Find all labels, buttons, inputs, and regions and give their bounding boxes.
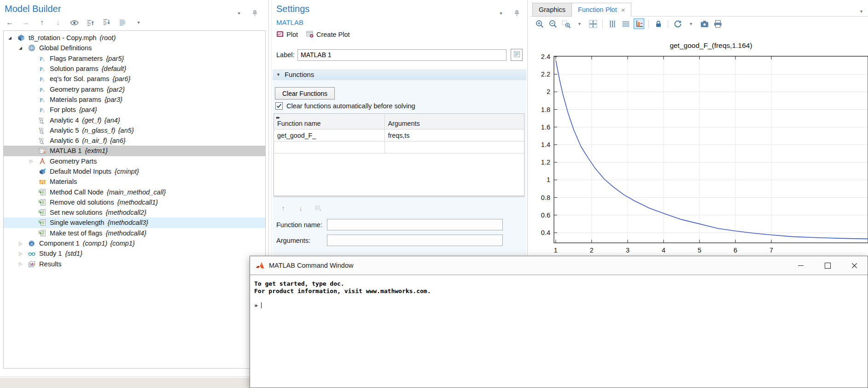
- expand-arrow-icon[interactable]: ▷: [19, 241, 28, 246]
- maximize-button[interactable]: [814, 256, 841, 275]
- auto-clear-checkbox[interactable]: [275, 102, 283, 110]
- dropdown-icon[interactable]: ▾: [686, 18, 696, 29]
- zoom-out-icon[interactable]: [548, 18, 558, 29]
- graphics-menu-icon[interactable]: ▾: [860, 6, 862, 15]
- zoom-in-icon[interactable]: [534, 18, 545, 29]
- label-edit-button[interactable]: [511, 49, 523, 61]
- svg-text:f(x): f(x): [39, 127, 43, 130]
- nav-back-icon[interactable]: ←: [5, 18, 15, 28]
- tree-item-label: For plots: [50, 106, 76, 113]
- toolbar-separator: [602, 20, 603, 28]
- tree-item-geometry-parts[interactable]: ▷Geometry Parts: [4, 156, 265, 166]
- tree-item-remove-old-solutions[interactable]: Remove old solutions{methodcall1}: [4, 197, 265, 207]
- expand-arrow-icon[interactable]: ▷: [19, 251, 28, 256]
- svg-text:P: P: [40, 86, 43, 93]
- cell-function-name[interactable]: [274, 141, 384, 153]
- move-up-icon[interactable]: ↑: [37, 18, 47, 28]
- tree-item-component-1[interactable]: ▷aComponent 1(comp1){comp1}: [4, 238, 265, 248]
- cell-arguments[interactable]: freqs,ts: [384, 129, 524, 141]
- tree-item-geometry-params[interactable]: PiGeometry params{par2}: [4, 84, 265, 94]
- expand-arrow-icon[interactable]: ▷: [29, 159, 39, 164]
- tree-item-label: Results: [39, 260, 62, 268]
- tree-item-t8-rotation-copy-mph[interactable]: ◢t8_rotation - Copy.mph(root): [4, 33, 265, 43]
- tree-item-default-model-inputs[interactable]: Default Model Inputs{cminpt}: [4, 166, 265, 176]
- tree-item-tag: {par6}: [112, 75, 130, 82]
- show-icon[interactable]: [69, 18, 79, 28]
- grid-x-icon[interactable]: [620, 18, 631, 29]
- tree-item-tag: {methodcall3}: [107, 219, 148, 226]
- node-text-icon[interactable]: [117, 18, 128, 28]
- tree-item-global-definitions[interactable]: ◢Global Definitions: [4, 43, 265, 53]
- panel-splitter-right[interactable]: [527, 0, 528, 255]
- matlab-window-titlebar[interactable]: MATLAB Command Window: [250, 256, 868, 275]
- tab-graphics[interactable]: Graphics: [532, 3, 572, 17]
- cell-function-name[interactable]: get_good_F_: [274, 129, 384, 141]
- move-row-down-icon[interactable]: ↓: [296, 203, 306, 213]
- lock-axis-icon[interactable]: [653, 18, 664, 29]
- print-icon[interactable]: [712, 18, 723, 29]
- tree-item-analytic-6[interactable]: f(x)Analytic 6(n_air_f){an6}: [4, 135, 265, 146]
- tree-item-analytic-5[interactable]: f(x)Analytic 5(n_glass_f){an5}: [4, 125, 265, 135]
- create-plot-button[interactable]: Create Plot: [306, 30, 350, 39]
- move-down-icon[interactable]: ↓: [53, 18, 63, 28]
- arguments-input[interactable]: [327, 235, 503, 246]
- matlab-console[interactable]: To get started, type doc.For product inf…: [250, 275, 868, 314]
- tree-item-eq-s-for-sol-params[interactable]: Pieq's for Sol. params{par6}: [4, 74, 265, 84]
- tree-item-method-call-node[interactable]: Method Call Node{main_method_call}: [4, 187, 265, 197]
- label-input[interactable]: [297, 49, 507, 61]
- collapse-arrow-icon[interactable]: ◢: [19, 46, 28, 50]
- dropdown-icon[interactable]: ▾: [574, 18, 585, 29]
- tree-item-study-1[interactable]: ▷Study 1{std1}: [4, 248, 265, 259]
- tree-item-results[interactable]: ▷Results: [4, 259, 265, 269]
- axis-settings-icon[interactable]: [634, 18, 644, 29]
- dropdown-icon[interactable]: ▾: [134, 18, 144, 28]
- column-header-function-name[interactable]: ▸▸ Function name: [274, 114, 384, 129]
- column-header-arguments[interactable]: Arguments: [384, 114, 524, 129]
- panel-menu-icon[interactable]: ▾: [496, 8, 506, 18]
- tree-item-single-wavelength[interactable]: Single wavelength{methodcall3}: [4, 218, 265, 228]
- tree-item-make-test-of-flags[interactable]: Make test of flags{methodcall4}: [4, 228, 265, 238]
- expand-arrow-icon[interactable]: ▷: [19, 261, 28, 266]
- function-row[interactable]: [274, 141, 524, 153]
- panel-menu-icon[interactable]: ▾: [234, 8, 244, 18]
- analytic-icon: f(x): [39, 127, 47, 134]
- tree-item-flags-parameters[interactable]: PiFlags Parameters{par5}: [4, 53, 265, 64]
- tab-function-plot[interactable]: Function Plot ×: [571, 3, 631, 17]
- collapse-all-icon[interactable]: [101, 18, 111, 28]
- function-name-caption: Function name:: [276, 221, 327, 229]
- pin-icon[interactable]: [250, 8, 260, 18]
- zoom-extents-icon[interactable]: [588, 18, 598, 29]
- snapshot-icon[interactable]: [699, 18, 710, 29]
- grid-y-icon[interactable]: [607, 18, 618, 29]
- plot-canvas[interactable]: get_good_F_(freqs,1.164) 12345670.40.60.…: [530, 29, 868, 255]
- refresh-icon[interactable]: [672, 18, 683, 29]
- clear-functions-button[interactable]: Clear Functions: [275, 87, 335, 100]
- nav-forward-icon[interactable]: →: [21, 18, 31, 28]
- minimize-button[interactable]: [787, 256, 814, 275]
- plot-button[interactable]: Plot: [276, 30, 298, 39]
- tree-item-analytic-4[interactable]: f(x)Analytic 4(get_f){an4}: [4, 115, 265, 125]
- tree-item-for-plots[interactable]: PiFor plots{par4}: [4, 105, 265, 115]
- expand-all-icon[interactable]: [85, 18, 95, 28]
- function-row[interactable]: get_good_F_freqs,ts: [274, 129, 524, 141]
- tree-item-matlab-1[interactable]: MATLAB 1{extm1}: [4, 146, 265, 156]
- tree-item-set-new-solutions[interactable]: Set new solutions{methodcall2}: [4, 207, 265, 218]
- graphics-tabs: Graphics Function Plot ×: [532, 3, 631, 17]
- cell-arguments[interactable]: [384, 141, 524, 153]
- functions-section-header[interactable]: ▼ Functions: [273, 69, 526, 80]
- svg-text:a: a: [31, 242, 33, 246]
- zoom-box-icon[interactable]: [561, 18, 571, 29]
- matlab-command-window[interactable]: MATLAB Command Window To get started, ty…: [250, 256, 868, 388]
- tree-item-materials-params[interactable]: PiMaterials params{par3}: [4, 94, 265, 105]
- move-row-up-icon[interactable]: ↑: [278, 203, 288, 213]
- function-name-input[interactable]: [327, 219, 503, 230]
- pin-icon[interactable]: [512, 8, 522, 18]
- tree-item-materials[interactable]: Materials: [4, 176, 265, 187]
- table-corner-icon[interactable]: ▸▸: [276, 115, 279, 120]
- close-icon[interactable]: ×: [621, 6, 625, 13]
- analytic-icon: f(x): [39, 117, 47, 124]
- clear-table-icon[interactable]: [313, 203, 323, 213]
- collapse-arrow-icon[interactable]: ◢: [8, 35, 17, 40]
- tree-item-solution-params[interactable]: PiSolution params{default}: [4, 64, 265, 74]
- close-button[interactable]: [841, 256, 868, 275]
